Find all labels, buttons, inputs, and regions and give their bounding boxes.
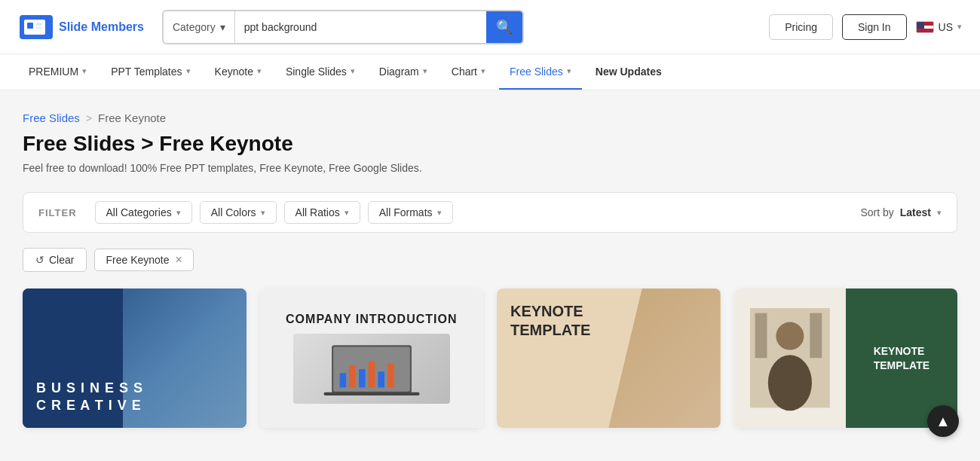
- filter-formats-dropdown[interactable]: All Formats ▾: [368, 201, 453, 224]
- nav-single-slides-label: Single Slides: [286, 66, 347, 78]
- svg-rect-2: [27, 23, 33, 29]
- nav-item-diagram[interactable]: Diagram ▾: [369, 54, 438, 90]
- svg-rect-11: [368, 361, 374, 387]
- sort-section: Sort by Latest ▾: [860, 206, 942, 218]
- breadcrumb: Free Slides > Free Keynote: [23, 111, 957, 124]
- clear-label: Clear: [49, 254, 74, 266]
- svg-rect-3: [36, 23, 42, 26]
- filter-ratios-label: All Ratios: [296, 206, 340, 218]
- filter-categories-chevron-icon: ▾: [176, 208, 181, 218]
- card-left-panel: [734, 289, 846, 428]
- remove-tag-button[interactable]: ×: [176, 254, 182, 266]
- template-card-business-creative[interactable]: B U S I N E S SC R E A T I V E: [23, 289, 247, 428]
- card-visual-4: KEYNOTETEMPLATE: [734, 289, 958, 428]
- page-title: Free Slides > Free Keynote: [23, 132, 957, 156]
- scroll-to-top-button[interactable]: ▲: [927, 405, 959, 437]
- card-visual-1: B U S I N E S SC R E A T I V E: [23, 289, 247, 428]
- header: Slide Members Category ▾ 🔍 Pricing Sign …: [0, 0, 980, 54]
- filter-formats-label: All Formats: [379, 206, 433, 218]
- filter-categories-label: All Categories: [106, 206, 172, 218]
- filter-ratios-dropdown[interactable]: All Ratios ▾: [284, 201, 360, 224]
- svg-rect-17: [755, 313, 767, 359]
- sort-chevron-icon: ▾: [937, 208, 942, 218]
- breadcrumb-parent-link[interactable]: Free Slides: [23, 111, 80, 124]
- sort-by-label: Sort by: [860, 206, 893, 218]
- nav-ppt-label: PPT Templates: [111, 66, 182, 78]
- language-chevron-icon: ▾: [957, 22, 962, 32]
- laptop-svg: [309, 341, 434, 397]
- logo-text: Slide Members: [59, 20, 144, 34]
- svg-rect-12: [378, 371, 384, 387]
- card-title-text-3: KEYNOTETEMPLATE: [510, 302, 590, 340]
- filter-label: FILTER: [38, 207, 77, 218]
- nav-keynote-chevron-icon: ▾: [257, 66, 262, 76]
- search-form: Category ▾ 🔍: [162, 10, 524, 44]
- person-svg: [750, 301, 830, 415]
- svg-rect-9: [349, 365, 355, 387]
- svg-rect-18: [810, 313, 822, 359]
- category-chevron-icon: ▾: [220, 21, 225, 33]
- filter-formats-chevron-icon: ▾: [437, 208, 442, 218]
- pricing-button[interactable]: Pricing: [769, 14, 833, 40]
- nav-keynote-label: Keynote: [215, 66, 253, 78]
- content-area: Free Slides > Free Keynote Free Slides >…: [0, 90, 980, 450]
- filter-tag-free-keynote: Free Keynote ×: [94, 249, 193, 271]
- page-description: Feel free to download! 100% Free PPT tem…: [23, 162, 957, 174]
- template-card-img-3: KEYNOTETEMPLATE: [497, 289, 721, 428]
- tag-label: Free Keynote: [106, 254, 169, 266]
- nav-item-keynote[interactable]: Keynote ▾: [204, 54, 272, 90]
- nav-chart-chevron-icon: ▾: [481, 66, 485, 76]
- svg-point-15: [776, 322, 804, 350]
- active-filters: ↺ Clear Free Keynote ×: [23, 248, 957, 272]
- filter-bar: FILTER All Categories ▾ All Colors ▾ All…: [23, 192, 957, 233]
- template-card-keynote-green[interactable]: KEYNOTETEMPLATE: [734, 289, 958, 428]
- category-label: Category: [173, 21, 216, 33]
- nav-item-free-slides[interactable]: Free Slides ▾: [499, 54, 582, 90]
- template-card-keynote-beige[interactable]: KEYNOTETEMPLATE: [497, 289, 721, 428]
- category-dropdown[interactable]: Category ▾: [164, 11, 235, 43]
- logo-icon: [18, 9, 54, 45]
- scroll-up-icon: ▲: [936, 413, 951, 430]
- logo[interactable]: Slide Members: [18, 9, 144, 45]
- nav-free-slides-label: Free Slides: [510, 66, 563, 78]
- us-flag-icon: [916, 21, 934, 33]
- nav-item-single-slides[interactable]: Single Slides ▾: [275, 54, 366, 90]
- card-visual-3: KEYNOTETEMPLATE: [497, 289, 721, 428]
- signin-button[interactable]: Sign In: [842, 14, 907, 40]
- nav-item-chart[interactable]: Chart ▾: [441, 54, 496, 90]
- nav-item-new-updates[interactable]: New Updates: [585, 54, 672, 90]
- filter-colors-label: All Colors: [211, 206, 256, 218]
- filter-ratios-chevron-icon: ▾: [345, 208, 349, 218]
- nav-diagram-label: Diagram: [379, 66, 419, 78]
- filter-categories-dropdown[interactable]: All Categories ▾: [95, 201, 192, 224]
- svg-rect-4: [36, 27, 42, 29]
- template-card-company-intro[interactable]: COMPANY INTRODUCTION: [260, 289, 484, 428]
- clear-filter-button[interactable]: ↺ Clear: [23, 248, 87, 272]
- header-actions: Pricing Sign In US ▾: [769, 14, 962, 40]
- breadcrumb-current: Free Keynote: [98, 111, 166, 124]
- card-title-text-4: KEYNOTETEMPLATE: [874, 344, 929, 371]
- filter-colors-dropdown[interactable]: All Colors ▾: [200, 201, 277, 224]
- breadcrumb-separator: >: [86, 112, 92, 124]
- nav-item-ppt-templates[interactable]: PPT Templates ▾: [100, 54, 201, 90]
- search-input[interactable]: [235, 21, 486, 33]
- filter-colors-chevron-icon: ▾: [261, 208, 265, 218]
- nav-new-updates-label: New Updates: [596, 66, 662, 78]
- nav-premium-chevron-icon: ▾: [82, 66, 87, 76]
- nav-free-slides-chevron-icon: ▾: [567, 66, 571, 76]
- card-title-text-2: COMPANY INTRODUCTION: [286, 313, 457, 326]
- nav-single-slides-chevron-icon: ▾: [351, 66, 355, 76]
- svg-rect-8: [339, 373, 345, 387]
- nav-item-premium[interactable]: PREMIUM ▾: [18, 54, 97, 90]
- card-laptop-visual: [293, 334, 450, 404]
- language-selector[interactable]: US ▾: [916, 21, 962, 33]
- nav-chart-label: Chart: [452, 66, 477, 78]
- nav-diagram-chevron-icon: ▾: [423, 66, 427, 76]
- card-diagonal-strip: [608, 289, 720, 428]
- template-card-img-1: B U S I N E S SC R E A T I V E: [23, 289, 247, 428]
- search-icon: 🔍: [496, 19, 513, 35]
- svg-rect-10: [359, 369, 365, 387]
- refresh-icon: ↺: [35, 254, 44, 266]
- navigation: PREMIUM ▾ PPT Templates ▾ Keynote ▾ Sing…: [0, 54, 980, 90]
- search-button[interactable]: 🔍: [486, 11, 522, 43]
